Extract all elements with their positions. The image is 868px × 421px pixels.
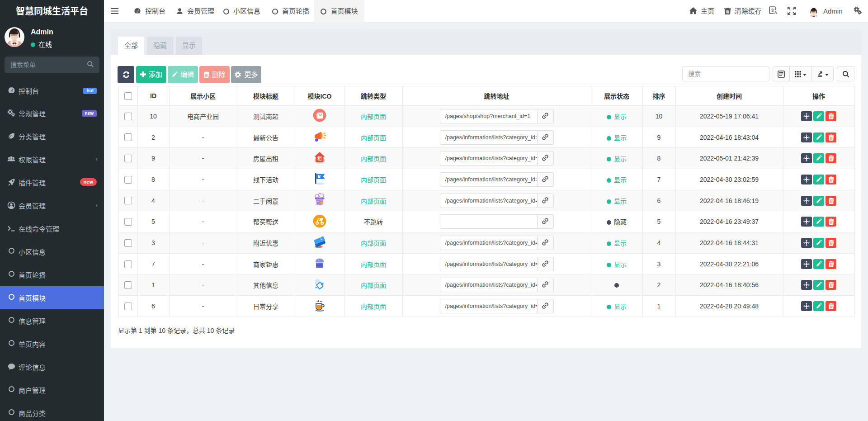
svg-text:二手: 二手 <box>315 199 324 206</box>
svg-text:A: A <box>774 10 778 15</box>
svg-text:租: 租 <box>317 154 322 161</box>
